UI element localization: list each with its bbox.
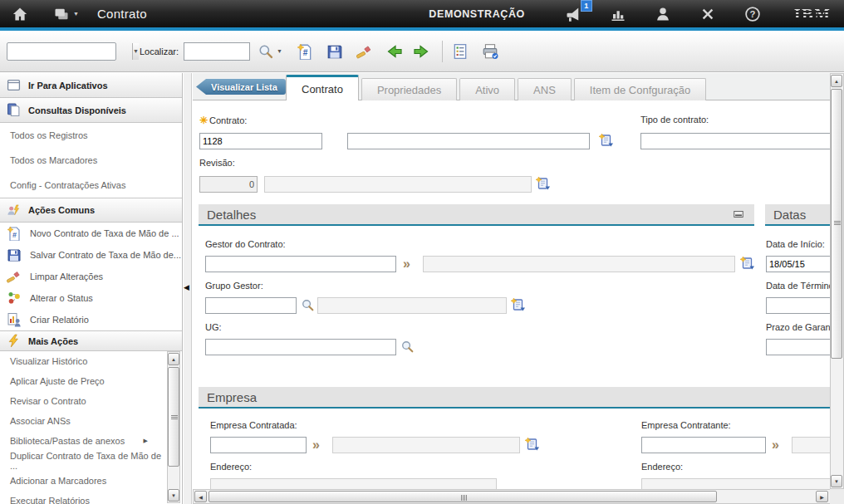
record-toolbar: ▼ Localizar: ▼ — [0, 31, 844, 72]
main-panel: Visualizar Lista Contrato Propriedades A… — [193, 73, 844, 504]
more-action-duplicate-contract[interactable]: Duplicar Contrato de Taxa de Mão de ... — [0, 451, 166, 471]
datas-section-header: Datas — [765, 204, 830, 226]
search-options-caret[interactable]: ▼ — [277, 48, 282, 54]
top-navigation-bar: ▼ Contrato DEMONSTRAÇÃO 1 IBM — [0, 0, 844, 27]
scroll-right-button[interactable]: ▶ — [816, 491, 828, 502]
more-action-revise-contract[interactable]: Revisar o Contrato — [0, 391, 166, 411]
tab-propriedades[interactable]: Propriedades — [361, 78, 457, 100]
grupo-gestor-input[interactable] — [205, 297, 297, 314]
goto-menu-button[interactable]: ▼ — [53, 6, 79, 22]
sidebar-section-more-actions: Mais Ações — [0, 330, 182, 351]
query-item-all-bookmarks[interactable]: Todos os Marcadores — [0, 148, 182, 173]
action-create-report[interactable]: Criar Relatório — [0, 309, 182, 330]
action-save-contract[interactable]: Salvar Contrato de Taxa de Mão de... — [0, 244, 182, 266]
collapse-sidebar-arrow[interactable]: ◀ — [184, 283, 189, 291]
view-list-button[interactable]: Visualizar Lista — [196, 79, 286, 95]
contrato-input[interactable] — [199, 133, 322, 149]
query-item-active-contracts[interactable]: Config - Contratações Ativas — [0, 173, 182, 198]
ug-label: UG: — [205, 322, 222, 332]
contrato-description-input[interactable] — [347, 133, 590, 149]
reports-list-button[interactable] — [449, 41, 471, 62]
profile-icon — [655, 6, 671, 22]
action-new-contract[interactable]: Novo Contrato de Taxa de Mão de ... — [0, 223, 182, 244]
ug-input[interactable] — [205, 339, 396, 355]
more-action-run-reports[interactable]: Executar Relatórios — [0, 491, 166, 504]
announcements-button[interactable]: 1 — [565, 6, 581, 22]
endereco-contratante-label: Endereço: — [641, 462, 683, 472]
scroll-down-button[interactable]: ▼ — [831, 475, 842, 487]
logout-button[interactable] — [699, 6, 716, 22]
print-icon — [482, 43, 498, 60]
prazo-garantia-input[interactable] — [766, 339, 830, 355]
detail-menu-icon — [598, 133, 615, 148]
action-change-status[interactable]: Alterar o Status — [0, 287, 182, 309]
empresa-contratada-input[interactable] — [210, 437, 307, 453]
grupo-gestor-detail-menu-button[interactable] — [510, 297, 527, 312]
query-item-all-records[interactable]: Todos os Registros — [0, 123, 182, 148]
contrato-detail-menu-button[interactable] — [598, 133, 615, 148]
record-combo-input[interactable] — [7, 43, 132, 60]
goto-chevron-icon[interactable]: » — [772, 437, 779, 453]
minimize-icon[interactable] — [733, 208, 744, 220]
sidebar-item-go-to[interactable]: Ir Para Aplicativos — [0, 73, 182, 98]
home-icon[interactable] — [12, 6, 28, 22]
record-combo[interactable]: ▼ — [7, 42, 116, 61]
find-input[interactable] — [184, 42, 250, 61]
clear-changes-button[interactable] — [354, 41, 375, 62]
goto-chevron-icon[interactable]: » — [403, 256, 410, 272]
detalhes-title: Detalhes — [207, 208, 256, 222]
tab-contrato[interactable]: Contrato — [286, 75, 359, 100]
new-record-icon — [7, 226, 22, 241]
change-status-icon — [7, 291, 22, 306]
endereco-contratada-label: Endereço: — [210, 462, 252, 472]
sidebar-section-queries[interactable]: Consultas Disponíveis — [0, 98, 182, 123]
data-inicio-input[interactable] — [766, 256, 830, 272]
tipo-contrato-input[interactable] — [640, 133, 830, 149]
tab-ans[interactable]: ANS — [518, 78, 572, 100]
gestor-input[interactable] — [205, 256, 396, 272]
reports-button[interactable] — [610, 6, 626, 22]
tab-item-de-configuracao[interactable]: Item de Confguração — [574, 78, 706, 100]
more-action-apply-price-adjustment[interactable]: Aplicar Ajuste de Preço — [0, 371, 166, 391]
goto-chevron-icon[interactable]: » — [312, 437, 320, 453]
tabs: Contrato Propriedades Ativo ANS Item de … — [286, 75, 709, 100]
scroll-down-button[interactable]: ▼ — [168, 489, 179, 502]
data-termino-input[interactable] — [766, 297, 830, 314]
search-button[interactable] — [255, 41, 277, 62]
scroll-up-button[interactable]: ▲ — [168, 353, 179, 365]
ug-select-value-button[interactable] — [400, 340, 415, 354]
submenu-arrow-icon: ▶ — [144, 438, 148, 444]
help-button[interactable] — [744, 6, 761, 22]
grupo-gestor-description-input — [317, 297, 507, 314]
more-action-associate-slas[interactable]: Associar ANSs — [0, 411, 166, 431]
more-action-view-history[interactable]: Visualizar Histórico — [0, 351, 166, 371]
revisao-input — [199, 176, 258, 193]
action-clear-changes[interactable]: Limpar Alterações — [0, 266, 182, 287]
next-record-button[interactable] — [410, 41, 432, 62]
more-action-add-to-bookmarks[interactable]: Adicionar a Marcadores — [0, 471, 166, 491]
tab-ativo[interactable]: Ativo — [459, 78, 515, 100]
print-button[interactable] — [479, 41, 501, 62]
grupo-gestor-select-value-button[interactable] — [301, 298, 315, 312]
previous-record-button[interactable] — [384, 41, 405, 62]
scrollbar-thumb[interactable] — [209, 491, 717, 502]
profile-button[interactable] — [655, 6, 671, 22]
gestor-detail-menu-button[interactable] — [739, 256, 756, 271]
scrollbar-thumb[interactable] — [831, 89, 842, 359]
action-label: Novo Contrato de Taxa de Mão de ... — [30, 228, 179, 238]
save-button[interactable] — [324, 41, 346, 62]
sidebar: Ir Para Aplicativos Consultas Disponívei… — [0, 73, 183, 504]
revisao-detail-menu-button[interactable] — [535, 176, 552, 191]
combo-caret-button[interactable]: ▼ — [132, 43, 139, 60]
scroll-up-button[interactable]: ▲ — [831, 75, 842, 87]
detail-menu-icon — [510, 297, 527, 312]
scrollbar-thumb[interactable] — [168, 367, 179, 467]
next-record-icon — [413, 43, 429, 60]
empresa-contratada-detail-menu-button[interactable] — [524, 437, 541, 452]
queries-title: Consultas Disponíveis — [28, 105, 126, 115]
scroll-left-button[interactable]: ◀ — [194, 491, 207, 502]
new-record-button[interactable] — [294, 41, 316, 62]
more-action-attachment-library[interactable]: Biblioteca/Pastas de anexos▶ — [0, 431, 166, 451]
action-label: Criar Relatório — [30, 315, 89, 325]
empresa-contratante-input[interactable] — [641, 437, 766, 453]
